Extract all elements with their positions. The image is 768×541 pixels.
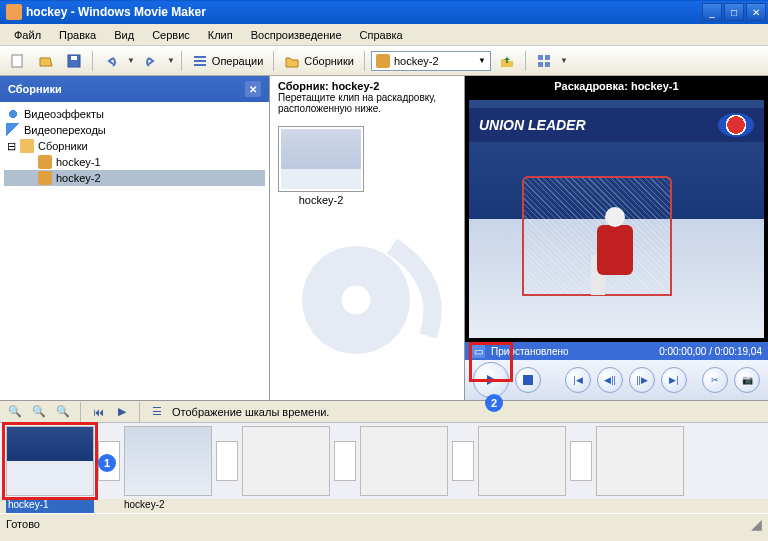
video-banner: UNION LEADER [469, 108, 764, 142]
menu-clip[interactable]: Клип [200, 27, 241, 43]
preview-panel: Раскадровка: hockey-1 UNION LEADER ▭ При… [465, 76, 768, 400]
annotation-badge-2: 2 [485, 394, 503, 412]
snapshot-button[interactable]: 📷 [734, 367, 760, 393]
reel-icon [38, 171, 52, 185]
tree-collections[interactable]: ⊟Сборники [4, 138, 265, 154]
status-text: Готово [6, 518, 40, 530]
redo-button[interactable] [139, 49, 163, 73]
tasks-label: Операции [212, 55, 263, 67]
menu-playback[interactable]: Воспроизведение [243, 27, 350, 43]
storyboard-slot-empty[interactable] [360, 426, 448, 496]
arrow-icon [6, 123, 20, 137]
menu-service[interactable]: Сервис [144, 27, 198, 43]
step-fwd-button[interactable]: ||▶ [629, 367, 655, 393]
panel-close-button[interactable]: ✕ [245, 81, 261, 97]
annotation-badge-1: 1 [98, 454, 116, 472]
svg-rect-9 [545, 62, 550, 67]
preview-title: Раскадровка: hockey-1 [465, 76, 768, 96]
storyboard-label-2: hockey-2 [124, 499, 212, 513]
statusbar: Готово ◢ [0, 513, 768, 533]
storyboard-slot-empty[interactable] [242, 426, 330, 496]
storyboard-slot-empty[interactable] [478, 426, 566, 496]
new-button[interactable] [6, 49, 30, 73]
tasks-button[interactable]: Операции [188, 53, 267, 69]
clips-title: Сборник: hockey-2 [278, 80, 456, 92]
stop-button[interactable] [515, 367, 541, 393]
reel-icon [38, 155, 52, 169]
chevron-down-icon: ▼ [478, 56, 486, 65]
storyboard-transition[interactable] [452, 441, 474, 481]
menu-edit[interactable]: Правка [51, 27, 104, 43]
undo-button[interactable] [99, 49, 123, 73]
collections-label: Сборники [304, 55, 354, 67]
app-icon [6, 4, 22, 20]
timeline-toolbar: 🔍 🔍 🔍 ⏮ ▶ ☰ Отображение шкалы времени. [0, 401, 768, 423]
rewind-icon[interactable]: ⏮ [89, 403, 107, 421]
storyboard-slot-2[interactable] [124, 426, 212, 496]
star-icon [6, 107, 20, 121]
clips-panel: Сборник: hockey-2 Перетащите клип на рас… [270, 76, 465, 400]
resize-grip[interactable]: ◢ [751, 516, 762, 532]
collection-combo[interactable]: hockey-2 ▼ [371, 51, 491, 71]
watermark-icon [284, 200, 464, 400]
folder-icon [20, 139, 34, 153]
storyboard-transition[interactable] [216, 441, 238, 481]
menu-view[interactable]: Вид [106, 27, 142, 43]
storyboard-slot-1[interactable] [6, 426, 94, 496]
hockey-goalie [587, 195, 647, 295]
open-button[interactable] [34, 49, 58, 73]
tasks-icon [192, 53, 208, 69]
collections-panel: Сборники ✕ Видеоэффекты Видеопереходы ⊟С… [0, 76, 270, 400]
collections-button[interactable]: Сборники [280, 53, 358, 69]
svg-rect-6 [538, 55, 543, 60]
clip-thumb[interactable] [278, 126, 364, 192]
step-back-button[interactable]: ◀|| [597, 367, 623, 393]
next-button[interactable]: ▶| [661, 367, 687, 393]
split-button[interactable]: ✂ [702, 367, 728, 393]
storyboard-label-1: hockey-1 [6, 499, 94, 513]
tree-hockey-1[interactable]: hockey-1 [4, 154, 265, 170]
zoom-fit-icon[interactable]: 🔍 [6, 403, 24, 421]
panel-header: Сборники ✕ [0, 76, 269, 102]
tree-hockey-2[interactable]: hockey-2 [4, 170, 265, 186]
save-button[interactable] [62, 49, 86, 73]
undo-dropdown-icon[interactable]: ▼ [127, 56, 135, 65]
clips-hint: Перетащите клип на раскадровку, располож… [278, 92, 456, 114]
zoom-out-icon[interactable]: 🔍 [54, 403, 72, 421]
zoom-in-icon[interactable]: 🔍 [30, 403, 48, 421]
panel-title: Сборники [8, 83, 62, 95]
titlebar: hockey - Windows Movie Maker _ □ ✕ [0, 0, 768, 24]
storyboard-transition[interactable] [570, 441, 592, 481]
combo-value: hockey-2 [394, 55, 439, 67]
view-dropdown-icon[interactable]: ▼ [560, 56, 568, 65]
up-level-button[interactable] [495, 49, 519, 73]
view-button[interactable] [532, 49, 556, 73]
minimize-button[interactable]: _ [702, 3, 722, 21]
pepsi-logo-icon [718, 113, 754, 137]
collections-tree: Видеоэффекты Видеопереходы ⊟Сборники hoc… [0, 102, 269, 400]
svg-rect-8 [538, 62, 543, 67]
tree-video-effects[interactable]: Видеоэффекты [4, 106, 265, 122]
video-frame[interactable]: UNION LEADER [465, 96, 768, 342]
clip-image [281, 129, 361, 189]
menu-file[interactable]: Файл [6, 27, 49, 43]
prev-button[interactable]: |◀ [565, 367, 591, 393]
play-timeline-icon[interactable]: ▶ [113, 403, 131, 421]
storyboard-transition[interactable] [334, 441, 356, 481]
timeline-view-icon[interactable]: ☰ [148, 403, 166, 421]
redo-dropdown-icon[interactable]: ▼ [167, 56, 175, 65]
svg-rect-4 [194, 60, 206, 62]
close-button[interactable]: ✕ [746, 3, 766, 21]
svg-point-11 [342, 286, 371, 315]
collapse-icon[interactable]: ⊟ [6, 140, 16, 153]
window-title: hockey - Windows Movie Maker [26, 5, 702, 19]
storyboard-slot-empty[interactable] [596, 426, 684, 496]
svg-rect-0 [12, 55, 22, 67]
maximize-button[interactable]: □ [724, 3, 744, 21]
storyboard: 1 [0, 423, 768, 499]
svg-rect-7 [545, 55, 550, 60]
annotation-highlight-play [469, 342, 513, 382]
tree-video-transitions[interactable]: Видеопереходы [4, 122, 265, 138]
menu-help[interactable]: Справка [352, 27, 411, 43]
playback-time: 0:00:00,00 / 0:00:19,04 [659, 346, 762, 357]
